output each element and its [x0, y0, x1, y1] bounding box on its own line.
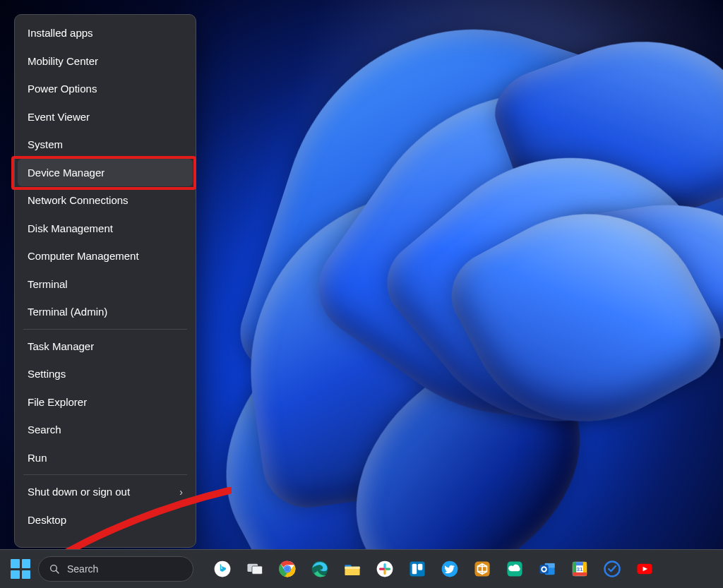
menu-item-network-connections[interactable]: Network Connections — [18, 186, 193, 215]
search-icon — [49, 563, 60, 575]
taskbar-icon-bing[interactable] — [209, 556, 236, 582]
file-explorer-icon — [343, 560, 362, 578]
menu-item-computer-management[interactable]: Computer Management — [18, 242, 193, 270]
bing-icon — [213, 560, 232, 578]
taskbar-search[interactable]: Search — [38, 556, 193, 582]
task-view-icon — [246, 560, 264, 578]
menu-item-label: Terminal — [28, 277, 68, 292]
menu-item-label: Shut down or sign out — [28, 485, 130, 499]
google-calendar-icon: 31 — [570, 560, 589, 578]
menu-item-label: Mobility Center — [28, 54, 98, 68]
taskbar-icon-explorer[interactable] — [339, 556, 366, 582]
menu-separator — [23, 474, 187, 475]
taskbar-icon-chrome[interactable] — [274, 556, 301, 582]
taskbar-pinned-area: 31 — [209, 556, 658, 582]
svg-rect-20 — [418, 564, 423, 570]
search-placeholder: Search — [67, 563, 98, 575]
svg-rect-32 — [573, 572, 587, 576]
ticktick-icon — [603, 560, 621, 578]
taskbar-icon-slack[interactable] — [371, 556, 398, 582]
menu-item-label: Disk Management — [28, 222, 113, 236]
menu-item-label: Event Viewer — [28, 110, 90, 124]
menu-item-device-manager[interactable]: Device Manager — [18, 159, 193, 187]
menu-item-desktop[interactable]: Desktop — [18, 506, 193, 534]
menu-item-event-viewer[interactable]: Event Viewer — [18, 103, 193, 131]
taskbar-icon-beekeeper[interactable] — [469, 556, 496, 582]
pcloud-icon — [506, 560, 524, 578]
svg-rect-26 — [539, 565, 548, 573]
chevron-right-icon: › — [179, 486, 183, 498]
menu-item-label: Computer Management — [28, 249, 139, 263]
menu-item-label: Desktop — [28, 513, 66, 527]
menu-item-search[interactable]: Search — [18, 416, 193, 444]
menu-item-label: Terminal (Admin) — [28, 305, 107, 319]
menu-item-label: Settings — [28, 367, 66, 381]
taskbar-icon-pcloud[interactable] — [501, 556, 528, 582]
database-app-icon — [473, 560, 491, 578]
taskbar-icon-trello[interactable] — [404, 556, 431, 582]
edge-icon — [311, 560, 329, 578]
trello-icon — [408, 560, 426, 578]
menu-item-settings[interactable]: Settings — [18, 360, 193, 388]
menu-item-file-explorer[interactable]: File Explorer — [18, 388, 193, 416]
menu-item-terminal-admin[interactable]: Terminal (Admin) — [18, 298, 193, 326]
start-button[interactable] — [7, 556, 34, 582]
menu-item-task-manager[interactable]: Task Manager — [18, 332, 193, 361]
taskbar-icon-calendar[interactable]: 31 — [566, 556, 593, 582]
menu-item-label: Search — [28, 423, 61, 437]
taskbar-icon-edge[interactable] — [306, 556, 333, 582]
menu-separator — [23, 329, 187, 330]
chrome-icon — [278, 560, 297, 578]
taskbar-icon-taskview[interactable] — [241, 556, 268, 582]
menu-item-label: Installed apps — [28, 26, 93, 40]
menu-item-label: File Explorer — [28, 395, 87, 409]
menu-item-label: Network Connections — [28, 193, 129, 208]
winx-context-menu[interactable]: Installed appsMobility CenterPower Optio… — [14, 14, 196, 548]
menu-item-label: Task Manager — [28, 340, 94, 354]
outlook-icon — [538, 560, 556, 578]
menu-item-label: Run — [28, 451, 47, 465]
taskbar-icon-twitter[interactable] — [436, 556, 463, 582]
taskbar-icon-youtube[interactable] — [631, 556, 658, 582]
menu-item-installed-apps[interactable]: Installed apps — [18, 19, 193, 47]
menu-item-label: Power Options — [28, 82, 97, 96]
menu-item-label: Device Manager — [28, 166, 104, 180]
svg-rect-12 — [345, 567, 359, 569]
taskbar-icon-outlook[interactable] — [534, 556, 561, 582]
slack-icon — [376, 560, 394, 578]
svg-rect-18 — [410, 561, 424, 576]
menu-item-label: System — [28, 138, 63, 152]
menu-item-mobility-center[interactable]: Mobility Center — [18, 47, 193, 76]
menu-item-run[interactable]: Run — [18, 444, 193, 472]
menu-item-terminal[interactable]: Terminal — [18, 270, 193, 299]
svg-point-9 — [285, 566, 289, 571]
twitter-icon — [441, 560, 459, 578]
svg-line-2 — [56, 570, 59, 573]
menu-item-system[interactable]: System — [18, 131, 193, 159]
svg-text:31: 31 — [576, 566, 583, 572]
taskbar-icon-ticktick[interactable] — [599, 556, 626, 582]
menu-item-power-options[interactable]: Power Options — [18, 75, 193, 103]
taskbar: Search 31 — [0, 549, 723, 588]
svg-rect-19 — [412, 564, 417, 575]
menu-item-disk-management[interactable]: Disk Management — [18, 215, 193, 243]
svg-rect-17 — [379, 568, 385, 570]
menu-item-shutdown-signout[interactable]: Shut down or sign out› — [18, 478, 193, 506]
youtube-icon — [635, 560, 654, 578]
svg-rect-5 — [252, 566, 263, 574]
